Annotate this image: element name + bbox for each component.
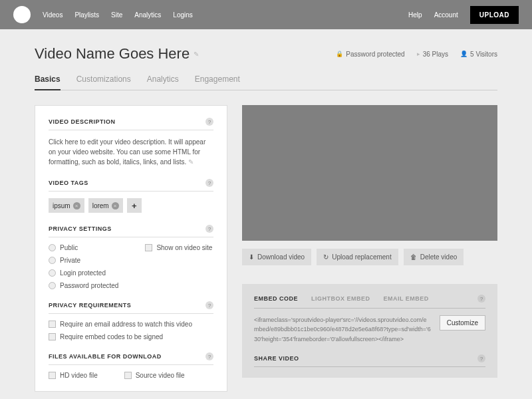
section-head: FILES AVAILABLE FOR DOWNLOAD ?: [49, 352, 213, 365]
preview-panel: ⬇Download video ↻Upload replacement 🗑Del…: [242, 105, 497, 392]
checkbox-icon: [49, 321, 56, 328]
tab-analytics[interactable]: Analytics: [147, 74, 179, 90]
section-head: PRIVACY REQUIREMENTS ?: [49, 301, 213, 314]
radio-login[interactable]: Login protected: [49, 269, 118, 277]
help-icon[interactable]: ?: [205, 301, 213, 309]
embed-tab-code[interactable]: EMBED CODE: [254, 295, 298, 302]
radio-icon: [49, 269, 56, 277]
delete-button[interactable]: 🗑Delete video: [404, 249, 464, 265]
upload-replacement-button[interactable]: ↻Upload replacement: [317, 249, 398, 265]
page-title: Video Name Goes Here: [35, 45, 190, 63]
section-head: VIDEO TAGS ?: [49, 179, 213, 192]
add-tag-button[interactable]: +: [127, 198, 142, 213]
nav-analytics[interactable]: Analytics: [134, 11, 161, 19]
section-privacy: PRIVACY SETTINGS ? Public Private Login …: [49, 225, 213, 289]
radio-icon: [49, 257, 56, 264]
content: VIDEO DESCRIPTION ? Click here to edit y…: [0, 90, 532, 399]
check-show-on-site[interactable]: Show on video site: [145, 244, 212, 251]
stat-password: 🔒Password protected: [336, 51, 404, 58]
share-head: SHARE VIDEO ?: [254, 354, 485, 367]
tags-list: ipsum× lorem× +: [49, 198, 213, 213]
refresh-icon: ↻: [323, 253, 329, 261]
nav-help[interactable]: Help: [408, 11, 422, 19]
help-icon[interactable]: ?: [205, 179, 213, 187]
help-icon[interactable]: ?: [477, 295, 485, 303]
tag-item[interactable]: ipsum×: [49, 198, 84, 213]
section-title: PRIVACY REQUIREMENTS: [49, 302, 131, 309]
remove-tag-icon[interactable]: ×: [73, 202, 80, 209]
section-files: FILES AVAILABLE FOR DOWNLOAD ? HD video …: [49, 352, 213, 379]
edit-icon[interactable]: ✎: [194, 51, 199, 58]
remove-tag-icon[interactable]: ×: [112, 202, 119, 209]
tag-item[interactable]: lorem×: [88, 198, 123, 213]
topbar-left: Videos Playlists Site Analytics Logins: [13, 6, 193, 23]
files-list: HD video file Source video file: [49, 372, 213, 379]
stat-visitors: 👤5 Visitors: [460, 51, 497, 58]
stat-plays: ▸36 Plays: [417, 51, 448, 58]
title-wrap: Video Name Goes Here ✎: [35, 45, 199, 63]
section-tags: VIDEO TAGS ? ipsum× lorem× +: [49, 179, 213, 213]
nav-logins[interactable]: Logins: [173, 11, 192, 19]
help-icon[interactable]: ?: [205, 225, 213, 233]
section-description: VIDEO DESCRIPTION ? Click here to edit y…: [49, 118, 213, 167]
share-title: SHARE VIDEO: [254, 355, 299, 362]
trash-icon: 🗑: [410, 253, 417, 261]
person-icon: 👤: [460, 51, 467, 57]
stats: 🔒Password protected ▸36 Plays 👤5 Visitor…: [336, 51, 497, 58]
lock-icon: 🔒: [336, 51, 343, 57]
embed-panel: EMBED CODE LIGHTBOX EMBED EMAIL EMBED ? …: [242, 284, 497, 378]
tab-customizations[interactable]: Customizations: [76, 74, 131, 90]
edit-icon[interactable]: ✎: [188, 158, 194, 166]
radio-icon: [49, 282, 56, 289]
page-header: Video Name Goes Here ✎ 🔒Password protect…: [0, 29, 532, 90]
embed-code-text[interactable]: <iframeclass='sproutvideo-player'src='//…: [254, 315, 432, 344]
check-hd-file[interactable]: HD video file: [49, 372, 98, 379]
tabs: Basics Customizations Analytics Engageme…: [35, 74, 497, 90]
section-requirements: PRIVACY REQUIREMENTS ? Require an email …: [49, 301, 213, 340]
help-icon[interactable]: ?: [205, 118, 213, 126]
topbar: Videos Playlists Site Analytics Logins H…: [0, 0, 532, 29]
radio-password[interactable]: Password protected: [49, 282, 118, 289]
customize-button[interactable]: Customize: [440, 315, 485, 331]
check-require-email[interactable]: Require an email address to watch this v…: [49, 321, 213, 328]
checkbox-icon: [145, 244, 152, 251]
upload-button[interactable]: UPLOAD: [470, 6, 519, 24]
embed-tab-email[interactable]: EMAIL EMBED: [384, 295, 429, 302]
download-icon: ⬇: [249, 253, 254, 261]
nav-account[interactable]: Account: [434, 11, 458, 19]
check-source-file[interactable]: Source video file: [124, 372, 185, 379]
checkbox-icon: [49, 372, 56, 379]
tab-engagement[interactable]: Engagement: [195, 74, 240, 90]
section-title: VIDEO DESCRIPTION: [49, 118, 116, 125]
video-preview[interactable]: [242, 105, 497, 241]
topbar-right: Help Account UPLOAD: [408, 6, 519, 24]
radio-icon: [49, 244, 56, 251]
checkbox-icon: [49, 333, 56, 340]
nav-site[interactable]: Site: [111, 11, 122, 19]
video-actions: ⬇Download video ↻Upload replacement 🗑Del…: [242, 249, 497, 265]
nav-videos[interactable]: Videos: [43, 11, 63, 19]
download-button[interactable]: ⬇Download video: [242, 249, 311, 265]
help-icon[interactable]: ?: [205, 352, 213, 360]
section-head: VIDEO DESCRIPTION ?: [49, 118, 213, 130]
embed-body: <iframeclass='sproutvideo-player'src='//…: [254, 315, 485, 344]
check-require-signed[interactable]: Require embed codes to be signed: [49, 333, 213, 340]
checkbox-icon: [124, 372, 132, 379]
embed-tab-lightbox[interactable]: LIGHTBOX EMBED: [311, 295, 370, 302]
requirements-list: Require an email address to watch this v…: [49, 321, 213, 340]
radio-public[interactable]: Public: [49, 244, 118, 251]
play-icon: ▸: [417, 51, 420, 57]
logo[interactable]: [13, 6, 31, 23]
section-head: PRIVACY SETTINGS ?: [49, 225, 213, 237]
header-top: Video Name Goes Here ✎ 🔒Password protect…: [35, 45, 497, 63]
embed-tabs: EMBED CODE LIGHTBOX EMBED EMAIL EMBED ?: [254, 295, 485, 309]
settings-panel: VIDEO DESCRIPTION ? Click here to edit y…: [35, 105, 227, 392]
privacy-row: Public Private Login protected Password …: [49, 244, 213, 289]
help-icon[interactable]: ?: [477, 354, 485, 362]
description-text[interactable]: Click here to edit your video descriptio…: [49, 137, 213, 167]
tab-basics[interactable]: Basics: [35, 74, 61, 90]
section-title: VIDEO TAGS: [49, 180, 88, 186]
privacy-radios: Public Private Login protected Password …: [49, 244, 118, 289]
nav-playlists[interactable]: Playlists: [74, 11, 99, 19]
radio-private[interactable]: Private: [49, 257, 118, 264]
